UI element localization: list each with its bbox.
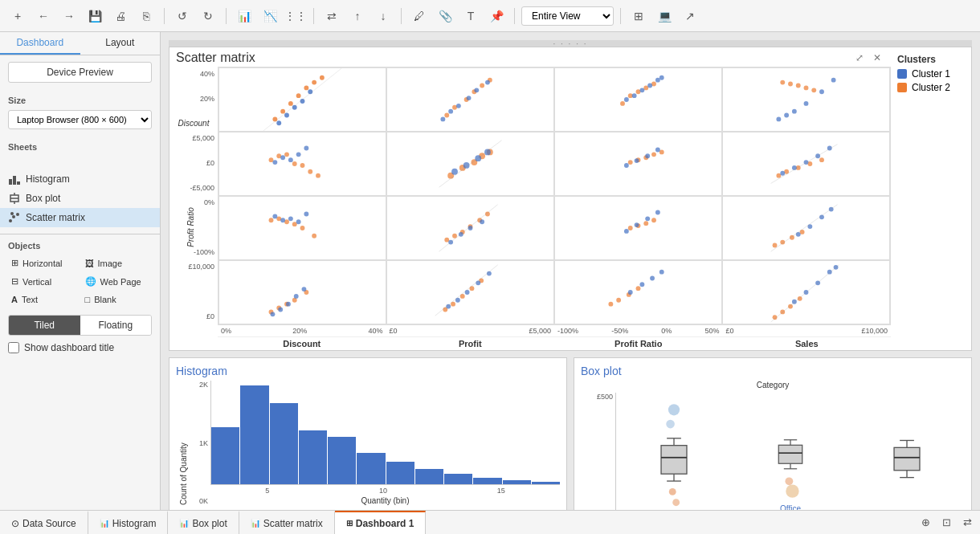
object-vertical[interactable]: ⊟ Vertical [8,274,79,289]
status-bar: ⊙ Data Source 📊 Histogram 📊 Box plot 📊 S… [0,510,980,534]
legend-cluster1: Cluster 1 [897,68,965,79]
tab-dashboard-1[interactable]: ⊞ Dashboard 1 [335,511,427,534]
text-button[interactable]: T [459,5,482,27]
swap-button[interactable]: ⇄ [321,5,343,27]
sort-asc-button[interactable]: ↑ [346,5,369,27]
cell-32 [554,260,722,324]
svg-point-57 [831,78,836,83]
object-webpage[interactable]: 🌐 Web Page [82,274,153,289]
cell-20 [218,196,386,260]
scatter-button[interactable]: ⋮⋮ [284,5,307,27]
svg-point-30 [440,116,445,121]
objects-grid: ⊞ Horizontal 🖼 Image ⊟ Vertical 🌐 Web Pa… [8,255,152,307]
pin-button[interactable]: 📌 [485,5,508,27]
svg-point-105 [312,234,316,238]
sheet-item-histogram[interactable]: Histogram [0,169,160,189]
svg-point-41 [655,78,660,83]
sort-desc-button[interactable]: ↓ [372,5,394,27]
bar-5 [328,437,356,484]
undo-button[interactable]: ↺ [171,5,194,27]
back-button[interactable]: ← [32,5,55,27]
device-preview-section: Device Preview [0,55,160,89]
scatter-grid [218,67,891,325]
annotate-button[interactable]: 📎 [434,5,456,27]
svg-point-64 [316,173,321,178]
svg-point-35 [485,80,490,85]
tiled-button[interactable]: Tiled [9,316,80,335]
redo-button[interactable]: ↻ [197,5,219,27]
svg-point-124 [643,221,648,226]
share-button[interactable]: ↗ [679,5,701,27]
scatter-expand-button[interactable]: ⤢ [852,51,867,65]
tab-data-source[interactable]: ⊙ Data Source [0,511,88,534]
device-preview-button[interactable]: Device Preview [8,62,152,83]
object-blank[interactable]: □ Blank [82,292,153,307]
svg-point-50 [804,85,809,90]
x-ticks-discount: 0%20%40% [218,325,386,336]
svg-point-44 [632,93,637,98]
svg-point-164 [628,290,633,295]
tab-box-plot[interactable]: 📊 Box plot [168,511,239,534]
grid-button[interactable]: ⊞ [627,5,650,27]
cell-33 [722,260,890,324]
svg-point-111 [444,238,449,243]
svg-point-33 [467,96,472,100]
bar-10 [473,478,501,484]
chart-button[interactable]: 📊 [233,5,255,27]
furniture-boxplot [650,399,698,510]
svg-point-161 [616,298,621,303]
histogram-tab-label: Histogram [112,518,157,529]
svg-point-31 [448,109,453,114]
bar-chart-button[interactable]: 📉 [259,5,281,27]
device-button[interactable]: 💻 [653,5,676,27]
svg-point-94 [780,171,785,176]
sheet-item-boxplot[interactable]: Box plot [0,189,160,208]
svg-point-132 [790,235,794,240]
svg-point-103 [292,222,297,226]
forward-button[interactable]: → [58,5,80,27]
tab-scatter-matrix[interactable]: 📊 Scatter matrix [239,511,335,534]
cluster1-label: Cluster 1 [912,68,950,79]
scatter-close-button[interactable]: ✕ [870,51,884,65]
highlight-button[interactable]: 🖊 [408,5,431,27]
view-dropdown[interactable]: Entire View Standard Fit Width [521,6,614,26]
new-button[interactable]: + [6,5,29,27]
scatter-with-legend: Scatter matrix ⤢ ✕ 40% [169,47,971,350]
left-panel: Dashboard Layout Device Preview Size Lap… [0,32,161,510]
size-dropdown[interactable]: Laptop Browser (800 × 600) [8,110,152,129]
vertical-label: Vertical [22,277,51,287]
show-title-checkbox[interactable] [8,342,19,353]
horizontal-icon: ⊞ [11,258,18,268]
cell-11 [386,132,554,196]
svg-point-9 [16,213,19,216]
copy-button[interactable]: ⎘ [135,5,157,27]
object-text[interactable]: A Text [8,292,79,307]
swap-sheet-button[interactable]: ⇄ [958,513,977,532]
svg-rect-196 [894,447,920,470]
object-image[interactable]: 🖼 Image [82,255,153,271]
bar-12 [532,482,560,484]
sheet-item-scatter[interactable]: Scatter matrix [0,208,160,227]
svg-line-99 [771,145,838,184]
svg-point-147 [294,294,299,299]
separator-3 [313,8,314,24]
svg-rect-2 [17,181,20,185]
object-horizontal[interactable]: ⊞ Horizontal [8,255,79,271]
resize-handle[interactable]: · · · · · [169,40,972,47]
histogram-tab-icon: 📊 [100,519,109,528]
print-button[interactable]: 🖨 [109,5,132,27]
save-button[interactable]: 💾 [84,5,106,27]
tab-layout[interactable]: Layout [80,32,161,55]
scatter-main: Scatter matrix ⤢ ✕ 40% [169,47,891,350]
tab-dashboard[interactable]: Dashboard [0,32,80,55]
x-title-ratio: Profit Ratio [554,337,723,350]
svg-point-148 [302,287,307,291]
svg-point-32 [456,104,461,108]
floating-button[interactable]: Floating [80,316,152,335]
svg-point-128 [645,216,650,221]
duplicate-sheet-button[interactable]: ⊡ [937,513,956,532]
tab-histogram[interactable]: 📊 Histogram [88,511,169,534]
add-sheet-button[interactable]: ⊕ [916,513,935,532]
size-title: Size [8,96,152,105]
svg-point-48 [788,82,793,87]
